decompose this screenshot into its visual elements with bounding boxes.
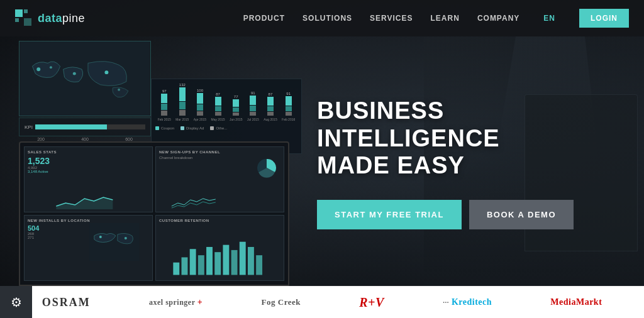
bar-seg (267, 112, 274, 116)
bar-col-3: 87 May 2015 (211, 92, 225, 121)
svg-rect-19 (206, 247, 213, 275)
dash-metric-sales: 1,523 (28, 156, 149, 166)
dashboard-mockup: KPI 200 400 600 97 Feb 2015 (19, 41, 289, 248)
svg-rect-22 (231, 250, 238, 275)
logo-text: datapine (38, 12, 85, 25)
svg-rect-18 (198, 255, 204, 275)
svg-rect-17 (190, 249, 196, 275)
bar-seg (197, 111, 203, 116)
book-demo-button[interactable]: BOOK A DEMO (469, 200, 574, 229)
bar-seg (286, 112, 292, 116)
legend-label-display: Display Ad (186, 126, 204, 130)
svg-point-6 (73, 72, 76, 75)
bar-date-4: Jun 2015 (230, 118, 243, 121)
nav-services[interactable]: SERVICES (370, 14, 413, 23)
bar-val-1: 132 (179, 83, 186, 87)
nav-product[interactable]: PRODUCT (243, 14, 285, 23)
hero-section: KPI 200 400 600 97 Feb 2015 (0, 0, 644, 286)
hero-title-line2: MADE EASY (317, 152, 465, 178)
ticker-gear: ⚙ (0, 286, 32, 318)
mini-chart-sales (27, 194, 142, 209)
login-button[interactable]: LOGIN (579, 9, 629, 28)
legend-display: Display Ad (180, 126, 204, 130)
svg-rect-0 (15, 9, 23, 17)
main-nav: PRODUCT SOLUTIONS SERVICES LEARN COMPANY… (243, 9, 629, 28)
dash-card-title-installs: NEW INSTALLS BY LOCATION (28, 219, 149, 222)
hero-text-area: BUSINESS INTELLIGENCE MADE EASY START MY… (317, 97, 606, 229)
bar-stack-6 (267, 97, 274, 116)
bar-stack-2 (197, 93, 203, 116)
bar-seg (161, 94, 167, 103)
bar-col-2: 100 Apr 2015 (194, 89, 206, 121)
bar-seg (233, 107, 239, 112)
logo-icon (15, 9, 33, 27)
bar-val-3: 87 (216, 92, 220, 96)
bar-stack-5 (250, 96, 256, 116)
nav-company[interactable]: COMPANY (477, 14, 519, 23)
bar-date-0: Feb 2015 (158, 118, 171, 121)
bar-group: 97 Feb 2015 132 Mar 2015 (155, 83, 297, 124)
brand-fog: Fog Creek (262, 297, 301, 307)
brand-axel-plus: + (197, 297, 203, 307)
legend-other: Othe... (210, 126, 227, 130)
bar-col-7: 91 Feb 2016 (282, 92, 295, 121)
lang-selector[interactable]: EN (543, 14, 555, 23)
legend-coupon: Coupon (155, 126, 174, 130)
bar-stack-1 (179, 87, 186, 116)
bar-seg (286, 106, 292, 111)
bar-date-2: Apr 2015 (194, 118, 206, 121)
svg-rect-25 (256, 255, 262, 275)
bar-val-7: 91 (286, 92, 291, 96)
bar-seg (215, 112, 221, 116)
svg-rect-3 (24, 18, 31, 26)
bar-seg (250, 112, 256, 116)
p-num-200: 200 (37, 137, 45, 141)
svg-rect-16 (182, 257, 188, 275)
start-trial-button[interactable]: START MY FREE TRIAL (317, 200, 462, 229)
logo-area: datapine (15, 9, 243, 27)
bar-seg (215, 97, 221, 106)
brand-mediamarkt: MediaMarkt (550, 297, 602, 307)
bar-seg (233, 99, 239, 107)
dash-sub-sales: 4,992 3,148 Active (28, 166, 149, 173)
svg-point-14 (125, 237, 127, 239)
map-panel (19, 41, 151, 116)
hero-buttons: START MY FREE TRIAL BOOK A DEMO (317, 200, 606, 229)
brand-kreditech: ··· Kreditech (443, 297, 492, 307)
legend-label-coupon: Coupon (161, 126, 174, 130)
mini-map-installs (79, 223, 150, 261)
bar-val-6: 87 (269, 92, 273, 96)
dash-card-sales: SALES STATS 1,523 4,992 3,148 Active (24, 146, 153, 212)
legend-label-other: Othe... (216, 126, 227, 130)
bar-seg (179, 102, 186, 109)
legend-dot-coupon (155, 126, 159, 130)
bar-date-5: Jul 2015 (247, 118, 259, 121)
chart-legend: Coupon Display Ad Othe... (155, 126, 297, 130)
progress-track (35, 124, 145, 129)
svg-rect-1 (24, 9, 28, 13)
bar-seg (286, 96, 292, 106)
svg-rect-20 (214, 252, 221, 275)
bar-seg (250, 96, 256, 105)
bar-val-4: 77 (234, 95, 238, 99)
svg-point-7 (104, 70, 108, 74)
bar-seg (233, 112, 239, 116)
bar-col-1: 132 Mar 2015 (175, 83, 189, 121)
nav-learn[interactable]: LEARN (431, 14, 460, 23)
bar-seg (179, 110, 186, 116)
bar-seg (179, 87, 186, 101)
bar-val-0: 97 (162, 89, 167, 93)
bar-stack-7 (286, 96, 292, 116)
bar-col-0: 97 Feb 2015 (158, 89, 171, 121)
bar-seg (250, 106, 256, 111)
bar-seg (267, 106, 274, 111)
nav-solutions[interactable]: SOLUTIONS (303, 14, 352, 23)
logo-data: data (38, 12, 62, 25)
svg-point-9 (118, 89, 120, 91)
bar-date-7: Feb 2016 (282, 118, 295, 121)
header: datapine PRODUCT SOLUTIONS SERVICES LEAR… (0, 0, 644, 36)
bar-date-3: May 2015 (211, 118, 225, 121)
logo-pine: pine (62, 12, 85, 25)
progress-bar-panel: KPI (19, 118, 151, 136)
svg-rect-2 (15, 18, 19, 22)
